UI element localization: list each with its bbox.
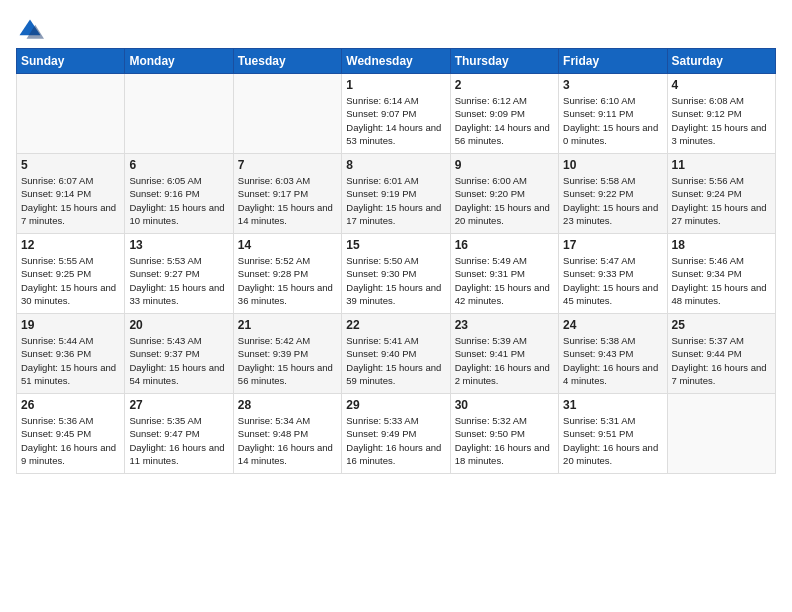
day-number: 15: [346, 238, 445, 252]
calendar-cell: 16Sunrise: 5:49 AMSunset: 9:31 PMDayligh…: [450, 234, 558, 314]
header-day: Saturday: [667, 49, 775, 74]
calendar-cell: 12Sunrise: 5:55 AMSunset: 9:25 PMDayligh…: [17, 234, 125, 314]
cell-content: Sunrise: 5:32 AM: [455, 414, 554, 427]
cell-content: Sunrise: 6:00 AM: [455, 174, 554, 187]
cell-content: Sunset: 9:45 PM: [21, 427, 120, 440]
header-day: Friday: [559, 49, 667, 74]
cell-content: Sunrise: 5:53 AM: [129, 254, 228, 267]
cell-content: Sunset: 9:44 PM: [672, 347, 771, 360]
calendar-cell: 5Sunrise: 6:07 AMSunset: 9:14 PMDaylight…: [17, 154, 125, 234]
cell-content: Sunrise: 5:41 AM: [346, 334, 445, 347]
calendar-body: 1Sunrise: 6:14 AMSunset: 9:07 PMDaylight…: [17, 74, 776, 474]
cell-content: Sunset: 9:36 PM: [21, 347, 120, 360]
cell-content: Daylight: 15 hours and 48 minutes.: [672, 281, 771, 308]
calendar-cell: 20Sunrise: 5:43 AMSunset: 9:37 PMDayligh…: [125, 314, 233, 394]
cell-content: Daylight: 16 hours and 16 minutes.: [346, 441, 445, 468]
header-day: Wednesday: [342, 49, 450, 74]
calendar-week-row: 5Sunrise: 6:07 AMSunset: 9:14 PMDaylight…: [17, 154, 776, 234]
cell-content: Sunrise: 5:46 AM: [672, 254, 771, 267]
cell-content: Daylight: 16 hours and 14 minutes.: [238, 441, 337, 468]
day-number: 3: [563, 78, 662, 92]
cell-content: Sunset: 9:41 PM: [455, 347, 554, 360]
calendar-cell: 31Sunrise: 5:31 AMSunset: 9:51 PMDayligh…: [559, 394, 667, 474]
cell-content: Sunrise: 5:35 AM: [129, 414, 228, 427]
cell-content: Daylight: 16 hours and 20 minutes.: [563, 441, 662, 468]
cell-content: Daylight: 15 hours and 36 minutes.: [238, 281, 337, 308]
cell-content: Sunset: 9:19 PM: [346, 187, 445, 200]
cell-content: Daylight: 15 hours and 0 minutes.: [563, 121, 662, 148]
cell-content: Daylight: 15 hours and 59 minutes.: [346, 361, 445, 388]
cell-content: Daylight: 15 hours and 56 minutes.: [238, 361, 337, 388]
cell-content: Sunset: 9:40 PM: [346, 347, 445, 360]
cell-content: Sunset: 9:20 PM: [455, 187, 554, 200]
cell-content: Sunset: 9:14 PM: [21, 187, 120, 200]
cell-content: Daylight: 16 hours and 9 minutes.: [21, 441, 120, 468]
calendar-cell: 28Sunrise: 5:34 AMSunset: 9:48 PMDayligh…: [233, 394, 341, 474]
cell-content: Sunset: 9:48 PM: [238, 427, 337, 440]
cell-content: Sunset: 9:49 PM: [346, 427, 445, 440]
calendar-cell: 6Sunrise: 6:05 AMSunset: 9:16 PMDaylight…: [125, 154, 233, 234]
cell-content: Sunrise: 5:33 AM: [346, 414, 445, 427]
page-header: [16, 16, 776, 44]
cell-content: Daylight: 15 hours and 10 minutes.: [129, 201, 228, 228]
calendar-cell: 21Sunrise: 5:42 AMSunset: 9:39 PMDayligh…: [233, 314, 341, 394]
cell-content: Sunrise: 6:08 AM: [672, 94, 771, 107]
header-day: Tuesday: [233, 49, 341, 74]
calendar-cell: 1Sunrise: 6:14 AMSunset: 9:07 PMDaylight…: [342, 74, 450, 154]
cell-content: Daylight: 15 hours and 7 minutes.: [21, 201, 120, 228]
day-number: 24: [563, 318, 662, 332]
cell-content: Daylight: 14 hours and 53 minutes.: [346, 121, 445, 148]
cell-content: Daylight: 15 hours and 51 minutes.: [21, 361, 120, 388]
cell-content: Sunset: 9:09 PM: [455, 107, 554, 120]
header-day: Monday: [125, 49, 233, 74]
cell-content: Sunset: 9:33 PM: [563, 267, 662, 280]
cell-content: Sunset: 9:25 PM: [21, 267, 120, 280]
day-number: 11: [672, 158, 771, 172]
calendar-cell: 4Sunrise: 6:08 AMSunset: 9:12 PMDaylight…: [667, 74, 775, 154]
calendar-cell: 2Sunrise: 6:12 AMSunset: 9:09 PMDaylight…: [450, 74, 558, 154]
calendar-cell: 30Sunrise: 5:32 AMSunset: 9:50 PMDayligh…: [450, 394, 558, 474]
calendar-week-row: 12Sunrise: 5:55 AMSunset: 9:25 PMDayligh…: [17, 234, 776, 314]
day-number: 12: [21, 238, 120, 252]
day-number: 5: [21, 158, 120, 172]
day-number: 6: [129, 158, 228, 172]
cell-content: Sunrise: 5:39 AM: [455, 334, 554, 347]
cell-content: Sunrise: 5:49 AM: [455, 254, 554, 267]
calendar-cell: 23Sunrise: 5:39 AMSunset: 9:41 PMDayligh…: [450, 314, 558, 394]
day-number: 28: [238, 398, 337, 412]
header-day: Thursday: [450, 49, 558, 74]
cell-content: Daylight: 15 hours and 33 minutes.: [129, 281, 228, 308]
cell-content: Sunrise: 5:55 AM: [21, 254, 120, 267]
calendar-cell: [667, 394, 775, 474]
day-number: 25: [672, 318, 771, 332]
cell-content: Sunrise: 6:07 AM: [21, 174, 120, 187]
cell-content: Daylight: 15 hours and 3 minutes.: [672, 121, 771, 148]
cell-content: Daylight: 16 hours and 11 minutes.: [129, 441, 228, 468]
day-number: 9: [455, 158, 554, 172]
cell-content: Sunrise: 5:34 AM: [238, 414, 337, 427]
day-number: 13: [129, 238, 228, 252]
cell-content: Sunrise: 5:42 AM: [238, 334, 337, 347]
day-number: 7: [238, 158, 337, 172]
cell-content: Daylight: 15 hours and 23 minutes.: [563, 201, 662, 228]
calendar-week-row: 26Sunrise: 5:36 AMSunset: 9:45 PMDayligh…: [17, 394, 776, 474]
calendar-cell: 15Sunrise: 5:50 AMSunset: 9:30 PMDayligh…: [342, 234, 450, 314]
cell-content: Daylight: 15 hours and 14 minutes.: [238, 201, 337, 228]
cell-content: Sunset: 9:17 PM: [238, 187, 337, 200]
calendar-cell: 11Sunrise: 5:56 AMSunset: 9:24 PMDayligh…: [667, 154, 775, 234]
cell-content: Daylight: 15 hours and 17 minutes.: [346, 201, 445, 228]
calendar-header: SundayMondayTuesdayWednesdayThursdayFrid…: [17, 49, 776, 74]
calendar-cell: 10Sunrise: 5:58 AMSunset: 9:22 PMDayligh…: [559, 154, 667, 234]
day-number: 17: [563, 238, 662, 252]
calendar-cell: 24Sunrise: 5:38 AMSunset: 9:43 PMDayligh…: [559, 314, 667, 394]
cell-content: Sunset: 9:39 PM: [238, 347, 337, 360]
day-number: 26: [21, 398, 120, 412]
cell-content: Sunrise: 5:36 AM: [21, 414, 120, 427]
calendar-cell: 26Sunrise: 5:36 AMSunset: 9:45 PMDayligh…: [17, 394, 125, 474]
cell-content: Sunset: 9:31 PM: [455, 267, 554, 280]
cell-content: Sunrise: 6:05 AM: [129, 174, 228, 187]
cell-content: Sunrise: 5:47 AM: [563, 254, 662, 267]
day-number: 8: [346, 158, 445, 172]
cell-content: Sunset: 9:28 PM: [238, 267, 337, 280]
calendar-cell: 13Sunrise: 5:53 AMSunset: 9:27 PMDayligh…: [125, 234, 233, 314]
